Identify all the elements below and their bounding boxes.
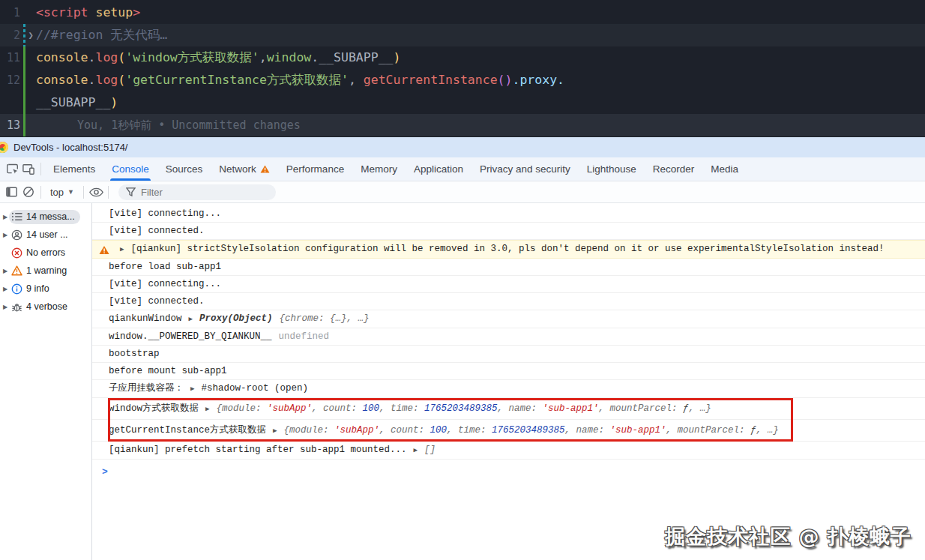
- message-text: 'subApp': [334, 425, 379, 436]
- device-toolbar-icon[interactable]: [20, 161, 37, 178]
- tab-label: Performance: [286, 157, 344, 181]
- console-message[interactable]: [qiankun] prefetch starting after sub-ap…: [92, 442, 925, 460]
- info-icon: [11, 283, 22, 295]
- devtools-icon: [0, 142, 8, 153]
- expand-arrow-icon[interactable]: ▶: [120, 246, 124, 253]
- git-blame-annotation: You, 1秒钟前 • Uncommitted changes: [77, 114, 301, 136]
- message-text: window.__POWERED_BY_QIANKUN__: [109, 331, 272, 342]
- message-text: [vite] connecting...: [109, 208, 221, 219]
- gutter-gap: [25, 69, 36, 91]
- expand-arrow-icon[interactable]: ▶: [190, 385, 194, 393]
- sidebar-item-info[interactable]: ▶9 info: [0, 280, 91, 298]
- console-message[interactable]: qiankunWindow▶Proxy(Object){chrome: {…},…: [92, 310, 925, 328]
- tab-privacy-and-security[interactable]: Privacy and security: [471, 157, 579, 181]
- console-message[interactable]: 子应用挂载容器：▶#shadow-root (open): [92, 380, 925, 398]
- inspect-element-icon[interactable]: [4, 161, 20, 178]
- editor-line[interactable]: __SUBAPP__): [0, 91, 925, 114]
- tab-console[interactable]: Console: [103, 157, 157, 181]
- editor-line[interactable]: 1<script setup>: [0, 1, 925, 24]
- sidebar-item-verbose[interactable]: ▶4 verbose: [0, 298, 91, 316]
- editor-line[interactable]: 12console.log('getCurrentInstance方式获取数据'…: [0, 69, 925, 91]
- sidebar-item-all-messages[interactable]: ▶14 messa...: [0, 208, 91, 226]
- tab-application[interactable]: Application: [406, 157, 471, 181]
- message-text: , count:: [312, 403, 363, 414]
- gutter-gap: [25, 46, 36, 69]
- message-text: [vite] connected.: [109, 296, 205, 307]
- sidebar-item-label: 4 verbose: [26, 301, 67, 312]
- sidebar-item-errors[interactable]: No errors: [0, 244, 91, 262]
- divider: [40, 163, 41, 175]
- console-messages: [vite] connecting...[vite] connected.▶[q…: [92, 203, 925, 560]
- tab-sources[interactable]: Sources: [157, 157, 211, 181]
- divider: [40, 186, 41, 199]
- filter-input[interactable]: [141, 187, 268, 198]
- message-text: [qiankun] prefetch starting after sub-ap…: [109, 445, 407, 455]
- sidebar-item-user-messages[interactable]: ▶14 user ...: [0, 226, 91, 244]
- console-message: bootstrap: [92, 346, 925, 363]
- bug-icon: [11, 301, 22, 313]
- divider: [83, 186, 84, 199]
- line-number: 1: [0, 1, 20, 24]
- message-text: 'subApp': [267, 403, 312, 414]
- message-text: before load sub-app1: [109, 262, 221, 272]
- editor-line[interactable]: 2❯//#region 无关代码…: [0, 24, 925, 46]
- panel-tabs: ElementsConsoleSourcesNetworkPerformance…: [45, 157, 747, 181]
- expand-arrow-icon[interactable]: ▶: [273, 427, 277, 435]
- message-text: , time:: [379, 403, 424, 414]
- message-text: {module:: [283, 425, 334, 436]
- expand-arrow-icon[interactable]: ▶: [1, 232, 9, 238]
- line-number: [0, 91, 20, 114]
- sidebar-item-warnings[interactable]: ▶1 warning: [0, 262, 91, 280]
- devtools-titlebar: DevTools - localhost:5174/: [0, 137, 925, 157]
- console-prompt[interactable]: >: [92, 460, 925, 478]
- editor-line[interactable]: 13You, 1秒钟前 • Uncommitted changes: [0, 114, 925, 136]
- console-message[interactable]: window方式获取数据▶{module: 'subApp', count: 1…: [92, 398, 925, 420]
- message-text: [vite] connected.: [109, 226, 205, 236]
- console-message[interactable]: getCurrentInstance方式获取数据▶{module: 'subAp…: [92, 420, 925, 442]
- tab-label: Application: [414, 157, 463, 181]
- console-warning-message[interactable]: ▶[qiankun] strictStyleIsolation configur…: [92, 240, 925, 259]
- devtools-title: DevTools - localhost:5174/: [13, 142, 127, 153]
- filter-funnel-icon: [126, 187, 136, 196]
- context-label: top: [50, 187, 64, 198]
- editor-line[interactable]: 11console.log('window方式获取数据',window.__SU…: [0, 46, 925, 69]
- tab-label: Media: [711, 157, 738, 181]
- expand-arrow-icon[interactable]: ▶: [1, 304, 9, 310]
- expand-arrow-icon[interactable]: ▶: [414, 447, 418, 454]
- tab-media[interactable]: Media: [702, 157, 747, 181]
- console-sidebar-toggle-icon[interactable]: [4, 184, 20, 200]
- line-number: 11: [0, 46, 20, 69]
- filter-box[interactable]: [118, 184, 276, 200]
- tab-lighthouse[interactable]: Lighthouse: [579, 157, 645, 181]
- message-text: , count:: [379, 425, 430, 436]
- tab-recorder[interactable]: Recorder: [645, 157, 703, 181]
- expand-arrow-icon[interactable]: ▶: [1, 214, 9, 220]
- expand-arrow-icon[interactable]: ▶: [1, 286, 9, 292]
- expand-arrow-icon[interactable]: ▶: [205, 406, 209, 413]
- message-text: getCurrentInstance方式获取数据: [109, 425, 266, 436]
- message-text: , time:: [447, 425, 492, 436]
- console-toolbar: top ▼: [0, 181, 925, 203]
- tab-memory[interactable]: Memory: [352, 157, 406, 181]
- fold-chevron-icon[interactable]: ❯: [25, 24, 36, 46]
- console-message: [vite] connecting...: [92, 205, 925, 223]
- sidebar-item-label: 14 user ...: [26, 229, 68, 240]
- tab-label: Lighthouse: [587, 157, 636, 181]
- message-text: #shadow-root (open): [201, 383, 308, 394]
- tab-performance[interactable]: Performance: [278, 157, 352, 181]
- live-expression-eye-icon[interactable]: [88, 184, 104, 200]
- message-text: [qiankun] strictStyleIsolation configura…: [130, 244, 884, 254]
- message-text: ƒ: [750, 425, 756, 436]
- console-message: before load sub-app1: [92, 259, 925, 276]
- code-editor[interactable]: 1<script setup>2❯//#region 无关代码…11consol…: [0, 0, 925, 137]
- tab-network[interactable]: Network: [211, 157, 278, 181]
- expand-arrow-icon[interactable]: ▶: [189, 316, 193, 323]
- gutter-gap: [25, 91, 36, 114]
- clear-console-icon[interactable]: [20, 184, 37, 200]
- expand-arrow-icon[interactable]: ▶: [1, 268, 9, 274]
- gutter-gap: [25, 1, 36, 24]
- javascript-context-selector[interactable]: top ▼: [45, 187, 79, 198]
- message-text: undefined: [279, 331, 330, 342]
- message-text: , mountParcel:: [599, 403, 684, 414]
- tab-elements[interactable]: Elements: [45, 157, 103, 181]
